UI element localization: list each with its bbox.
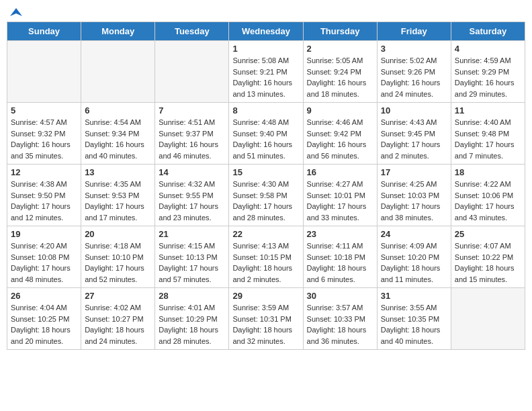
day-number: 8 (232, 105, 299, 116)
day-number: 10 (381, 105, 447, 116)
calendar-cell: 22Sunrise: 4:13 AMSunset: 10:15 PMDaylig… (229, 226, 303, 288)
day-number: 6 (85, 105, 151, 116)
day-info: Sunrise: 3:55 AMSunset: 10:35 PMDaylight… (381, 302, 447, 347)
day-number: 31 (381, 291, 447, 301)
day-number: 17 (381, 167, 447, 177)
day-info: Sunrise: 4:54 AMSunset: 9:34 PMDaylight:… (85, 117, 151, 161)
calendar-week-row: 1Sunrise: 5:08 AMSunset: 9:21 PMDaylight… (7, 41, 525, 103)
day-info: Sunrise: 4:18 AMSunset: 10:10 PMDaylight… (85, 240, 151, 285)
day-number: 26 (11, 291, 77, 301)
day-number: 30 (307, 291, 373, 301)
svg-marker-0 (10, 8, 22, 16)
day-info: Sunrise: 5:05 AMSunset: 9:24 PMDaylight:… (307, 55, 373, 99)
calendar-cell: 17Sunrise: 4:25 AMSunset: 10:03 PMDaylig… (377, 165, 451, 226)
calendar-week-row: 26Sunrise: 4:04 AMSunset: 10:25 PMDaylig… (7, 288, 525, 350)
day-number: 21 (159, 229, 225, 239)
calendar-cell: 21Sunrise: 4:15 AMSunset: 10:13 PMDaylig… (155, 226, 229, 288)
calendar-cell: 8Sunrise: 4:48 AMSunset: 9:40 PMDaylight… (229, 103, 303, 165)
day-number: 3 (381, 44, 447, 54)
day-number: 9 (307, 105, 373, 116)
calendar-cell: 26Sunrise: 4:04 AMSunset: 10:25 PMDaylig… (7, 288, 81, 350)
day-header-friday: Friday (377, 22, 451, 41)
day-info: Sunrise: 4:15 AMSunset: 10:13 PMDaylight… (159, 240, 225, 285)
day-info: Sunrise: 5:02 AMSunset: 9:26 PMDaylight:… (381, 55, 447, 99)
calendar-week-row: 12Sunrise: 4:38 AMSunset: 9:50 PMDayligh… (7, 165, 525, 226)
day-info: Sunrise: 4:02 AMSunset: 10:27 PMDaylight… (85, 302, 151, 347)
calendar-header-row: SundayMondayTuesdayWednesdayThursdayFrid… (7, 22, 525, 41)
calendar-cell: 3Sunrise: 5:02 AMSunset: 9:26 PMDaylight… (377, 41, 451, 103)
calendar-cell: 9Sunrise: 4:46 AMSunset: 9:42 PMDaylight… (303, 103, 377, 165)
calendar-cell: 4Sunrise: 4:59 AMSunset: 9:29 PMDaylight… (451, 41, 525, 103)
day-info: Sunrise: 4:20 AMSunset: 10:08 PMDaylight… (11, 240, 77, 285)
calendar-cell: 16Sunrise: 4:27 AMSunset: 10:01 PMDaylig… (303, 165, 377, 226)
day-info: Sunrise: 3:57 AMSunset: 10:33 PMDaylight… (307, 302, 373, 347)
day-info: Sunrise: 4:40 AMSunset: 9:48 PMDaylight:… (455, 117, 521, 161)
calendar-cell (81, 41, 155, 103)
calendar-week-row: 5Sunrise: 4:57 AMSunset: 9:32 PMDaylight… (7, 103, 525, 165)
calendar-cell: 23Sunrise: 4:11 AMSunset: 10:18 PMDaylig… (303, 226, 377, 288)
day-info: Sunrise: 4:51 AMSunset: 9:37 PMDaylight:… (159, 117, 225, 161)
day-info: Sunrise: 4:11 AMSunset: 10:18 PMDaylight… (307, 240, 373, 285)
day-info: Sunrise: 4:30 AMSunset: 9:58 PMDaylight:… (232, 179, 299, 223)
day-number: 7 (159, 105, 225, 116)
day-number: 28 (159, 291, 225, 301)
day-number: 1 (232, 44, 299, 54)
day-number: 24 (381, 229, 447, 239)
day-info: Sunrise: 4:25 AMSunset: 10:03 PMDaylight… (381, 179, 447, 223)
day-info: Sunrise: 4:46 AMSunset: 9:42 PMDaylight:… (307, 117, 373, 161)
calendar-cell: 28Sunrise: 4:01 AMSunset: 10:29 PMDaylig… (155, 288, 229, 350)
calendar-cell: 6Sunrise: 4:54 AMSunset: 9:34 PMDaylight… (81, 103, 155, 165)
day-info: Sunrise: 4:35 AMSunset: 9:53 PMDaylight:… (85, 179, 151, 223)
calendar-cell: 10Sunrise: 4:43 AMSunset: 9:45 PMDayligh… (377, 103, 451, 165)
day-number: 29 (232, 291, 299, 301)
calendar-cell: 18Sunrise: 4:22 AMSunset: 10:06 PMDaylig… (451, 165, 525, 226)
day-number: 27 (85, 291, 151, 301)
logo (9, 7, 22, 16)
calendar-cell: 2Sunrise: 5:05 AMSunset: 9:24 PMDaylight… (303, 41, 377, 103)
day-info: Sunrise: 4:43 AMSunset: 9:45 PMDaylight:… (381, 117, 447, 161)
day-number: 4 (455, 44, 521, 54)
day-number: 22 (232, 229, 299, 239)
day-info: Sunrise: 4:38 AMSunset: 9:50 PMDaylight:… (11, 179, 77, 223)
day-number: 19 (11, 229, 77, 239)
day-info: Sunrise: 4:32 AMSunset: 9:55 PMDaylight:… (159, 179, 225, 223)
day-info: Sunrise: 4:04 AMSunset: 10:25 PMDaylight… (11, 302, 77, 347)
page-header (7, 7, 525, 16)
day-number: 16 (307, 167, 373, 177)
day-info: Sunrise: 5:08 AMSunset: 9:21 PMDaylight:… (232, 55, 299, 99)
calendar-cell (7, 41, 81, 103)
calendar-cell: 19Sunrise: 4:20 AMSunset: 10:08 PMDaylig… (7, 226, 81, 288)
calendar-week-row: 19Sunrise: 4:20 AMSunset: 10:08 PMDaylig… (7, 226, 525, 288)
calendar-cell: 5Sunrise: 4:57 AMSunset: 9:32 PMDaylight… (7, 103, 81, 165)
day-header-saturday: Saturday (451, 22, 525, 41)
day-number: 14 (159, 167, 225, 177)
day-number: 23 (307, 229, 373, 239)
day-info: Sunrise: 4:07 AMSunset: 10:22 PMDaylight… (455, 240, 521, 285)
day-header-tuesday: Tuesday (155, 22, 229, 41)
logo-bird-icon (10, 7, 22, 19)
day-number: 2 (307, 44, 373, 54)
day-number: 15 (232, 167, 299, 177)
day-info: Sunrise: 4:22 AMSunset: 10:06 PMDaylight… (455, 179, 521, 223)
calendar-cell: 31Sunrise: 3:55 AMSunset: 10:35 PMDaylig… (377, 288, 451, 350)
day-info: Sunrise: 4:57 AMSunset: 9:32 PMDaylight:… (11, 117, 77, 161)
day-info: Sunrise: 4:09 AMSunset: 10:20 PMDaylight… (381, 240, 447, 285)
day-number: 13 (85, 167, 151, 177)
day-header-thursday: Thursday (303, 22, 377, 41)
calendar: SundayMondayTuesdayWednesdayThursdayFrid… (7, 21, 525, 350)
calendar-cell (155, 41, 229, 103)
day-info: Sunrise: 3:59 AMSunset: 10:31 PMDaylight… (232, 302, 299, 347)
calendar-cell: 12Sunrise: 4:38 AMSunset: 9:50 PMDayligh… (7, 165, 81, 226)
day-header-monday: Monday (81, 22, 155, 41)
day-info: Sunrise: 4:59 AMSunset: 9:29 PMDaylight:… (455, 55, 521, 99)
calendar-cell: 29Sunrise: 3:59 AMSunset: 10:31 PMDaylig… (229, 288, 303, 350)
calendar-cell: 20Sunrise: 4:18 AMSunset: 10:10 PMDaylig… (81, 226, 155, 288)
day-info: Sunrise: 4:48 AMSunset: 9:40 PMDaylight:… (232, 117, 299, 161)
day-header-wednesday: Wednesday (229, 22, 303, 41)
calendar-cell: 13Sunrise: 4:35 AMSunset: 9:53 PMDayligh… (81, 165, 155, 226)
calendar-cell: 7Sunrise: 4:51 AMSunset: 9:37 PMDaylight… (155, 103, 229, 165)
day-number: 12 (11, 167, 77, 177)
calendar-cell: 24Sunrise: 4:09 AMSunset: 10:20 PMDaylig… (377, 226, 451, 288)
calendar-cell: 11Sunrise: 4:40 AMSunset: 9:48 PMDayligh… (451, 103, 525, 165)
day-info: Sunrise: 4:13 AMSunset: 10:15 PMDaylight… (232, 240, 299, 285)
